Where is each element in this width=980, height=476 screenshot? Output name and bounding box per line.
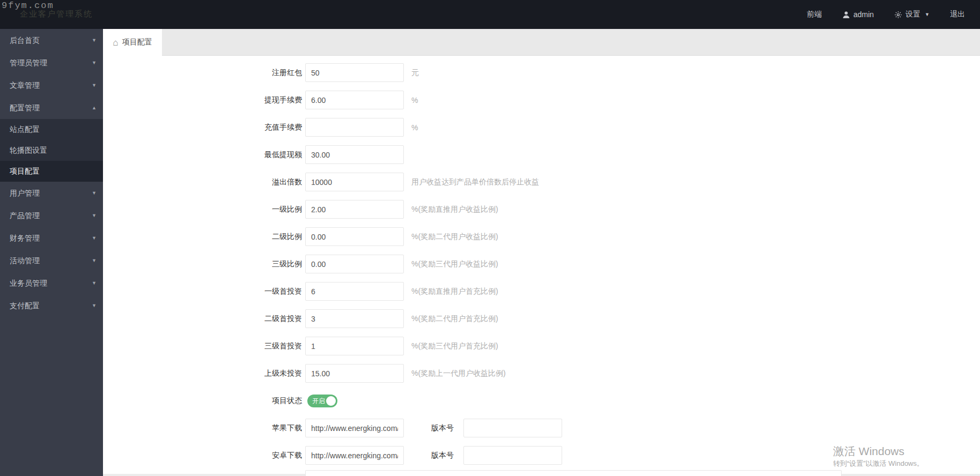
tab-project-config[interactable]: ⌂ 项目配置 [103, 29, 162, 56]
form-row-overflow-multiple: 溢出倍数用户收益达到产品单价倍数后停止收益 [103, 173, 980, 191]
field-hint-level1-ratio: %(奖励直推用户收益比例) [411, 205, 498, 214]
field-label-apple-download-version: 版本号 [431, 423, 454, 433]
nav-logout[interactable]: 退出 [950, 10, 965, 19]
input-level3-first-invest[interactable] [305, 337, 404, 355]
sidebar-item-label: 文章管理 [10, 81, 40, 90]
nav-settings[interactable]: 设置 ▼ [894, 10, 930, 19]
sidebar-item-管理员管理[interactable]: 管理员管理▼ [0, 51, 103, 74]
input-apple-download-version[interactable] [463, 419, 562, 437]
form-row-register-red-packet: 注册红包元 [103, 63, 980, 82]
field-label-level3-first-invest: 三级首投资 [103, 341, 302, 351]
input-withdraw-fee[interactable] [305, 91, 404, 109]
field-label-android-download-version: 版本号 [431, 451, 454, 460]
chevron-up-icon: ▲ [92, 96, 97, 119]
field-hint-withdraw-fee: % [411, 96, 418, 105]
chevron-down-icon: ▼ [925, 12, 930, 17]
sidebar-item-label: 后台首页 [10, 36, 40, 44]
input-android-download[interactable] [305, 446, 404, 465]
sidebar-item-label: 业务员管理 [10, 279, 47, 287]
header-nav: 前端 admin 设置 ▼ 退出 [807, 0, 965, 29]
field-label-parent-uninvested: 上级未投资 [103, 369, 302, 378]
toggle-project-status[interactable]: 开启 [307, 395, 337, 407]
form-row-level2-first-invest: 二级首投资%(奖励二代用户首充比例) [103, 309, 980, 328]
input-level1-first-invest[interactable] [305, 282, 404, 301]
form-row-parent-uninvested: 上级未投资%(奖励上一代用户收益比例) [103, 364, 980, 383]
input-min-withdraw[interactable] [305, 145, 404, 164]
sidebar-item-label: 活动管理 [10, 256, 40, 265]
sidebar-subitem-label: 项目配置 [10, 167, 40, 175]
input-level2-first-invest[interactable] [305, 309, 404, 328]
nav-logout-label: 退出 [950, 10, 965, 19]
sidebar-item-label: 产品管理 [10, 211, 40, 220]
input-register-red-packet[interactable] [305, 63, 404, 82]
input-android-download-version[interactable] [463, 446, 562, 465]
input-recharge-fee[interactable] [305, 118, 404, 137]
form-row-level3-ratio: 三级比例%(奖励三代用户收益比例) [103, 255, 980, 273]
field-label-android-download: 安卓下载 [103, 451, 302, 460]
field-label-register-red-packet: 注册红包 [103, 68, 302, 78]
form-row-level1-first-invest: 一级首投资%(奖励直推用户首充比例) [103, 282, 980, 301]
form-row-level1-ratio: 一级比例%(奖励直推用户收益比例) [103, 200, 980, 219]
sidebar-item-label: 支付配置 [10, 301, 40, 310]
field-label-overflow-multiple: 溢出倍数 [103, 177, 302, 187]
sidebar-subitem-label: 轮播图设置 [10, 146, 47, 154]
field-label-level2-first-invest: 二级首投资 [103, 314, 302, 324]
field-label-withdraw-fee: 提现手续费 [103, 95, 302, 105]
form-row-apple-download: 苹果下载版本号 [103, 419, 980, 437]
chevron-down-icon: ▼ [92, 74, 97, 96]
toggle-label: 开启 [312, 395, 325, 407]
input-level1-ratio[interactable] [305, 200, 404, 219]
tab-title: 项目配置 [122, 38, 152, 47]
sidebar-item-label: 配置管理 [10, 103, 40, 112]
sidebar-item-文章管理[interactable]: 文章管理▼ [0, 74, 103, 96]
sidebar-item-支付配置[interactable]: 支付配置▼ [0, 294, 103, 317]
sidebar-item-label: 财务管理 [10, 234, 40, 242]
sidebar-item-用户管理[interactable]: 用户管理▼ [0, 182, 103, 204]
field-hint-overflow-multiple: 用户收益达到产品单价倍数后停止收益 [411, 177, 539, 187]
chevron-down-icon: ▼ [92, 204, 97, 227]
sidebar-subitem-轮播图设置[interactable]: 轮播图设置 [0, 140, 103, 161]
config-form: 注册红包元提现手续费%充值手续费%最低提现额溢出倍数用户收益达到产品单价倍数后停… [103, 56, 980, 465]
input-parent-uninvested[interactable] [305, 364, 404, 383]
next-field-partial-input[interactable] [305, 470, 842, 476]
nav-frontend-label: 前端 [807, 10, 822, 19]
sidebar-item-业务员管理[interactable]: 业务员管理▼ [0, 272, 103, 294]
field-hint-level3-ratio: %(奖励三代用户收益比例) [411, 259, 498, 269]
header-bar: 企业客户管理系统 前端 admin 设置 ▼ 退出 [0, 0, 980, 29]
sidebar-item-活动管理[interactable]: 活动管理▼ [0, 249, 103, 272]
input-level2-ratio[interactable] [305, 227, 404, 246]
field-label-min-withdraw: 最低提现额 [103, 150, 302, 160]
sidebar-subitem-项目配置[interactable]: 项目配置 [0, 161, 103, 182]
site-watermark: 9fym.com [2, 1, 54, 11]
sidebar-item-产品管理[interactable]: 产品管理▼ [0, 204, 103, 227]
nav-admin[interactable]: admin [842, 10, 874, 19]
chevron-down-icon: ▼ [92, 182, 97, 204]
chevron-down-icon: ▼ [92, 29, 97, 51]
form-row-withdraw-fee: 提现手续费% [103, 91, 980, 109]
nav-settings-label: 设置 [905, 10, 920, 19]
sidebar: 后台首页▼管理员管理▼文章管理▼配置管理▲站点配置轮播图设置项目配置用户管理▼产… [0, 29, 103, 476]
input-level3-ratio[interactable] [305, 255, 404, 273]
sidebar-item-配置管理[interactable]: 配置管理▲ [0, 96, 103, 119]
field-hint-level2-first-invest: %(奖励二代用户首充比例) [411, 314, 498, 324]
sidebar-item-财务管理[interactable]: 财务管理▼ [0, 227, 103, 249]
input-overflow-multiple[interactable] [305, 173, 404, 191]
form-row-recharge-fee: 充值手续费% [103, 118, 980, 137]
sidebar-item-label: 管理员管理 [10, 58, 47, 67]
input-apple-download[interactable] [305, 419, 404, 437]
chevron-down-icon: ▼ [92, 227, 97, 249]
sidebar-item-后台首页[interactable]: 后台首页▼ [0, 29, 103, 51]
nav-frontend[interactable]: 前端 [807, 10, 822, 19]
chevron-down-icon: ▼ [92, 294, 97, 317]
gear-icon [894, 11, 902, 19]
toggle-knob [326, 396, 336, 406]
field-label-level1-first-invest: 一级首投资 [103, 287, 302, 296]
user-icon [842, 11, 850, 19]
sidebar-subitem-站点配置[interactable]: 站点配置 [0, 119, 103, 140]
windows-activation-line1: 激活 Windows [833, 445, 924, 458]
main-content: 注册红包元提现手续费%充值手续费%最低提现额溢出倍数用户收益达到产品单价倍数后停… [103, 56, 980, 476]
home-icon: ⌂ [113, 38, 118, 47]
field-hint-level3-first-invest: %(奖励三代用户首充比例) [411, 341, 498, 351]
field-label-level2-ratio: 二级比例 [103, 232, 302, 242]
form-row-level3-first-invest: 三级首投资%(奖励三代用户首充比例) [103, 337, 980, 355]
